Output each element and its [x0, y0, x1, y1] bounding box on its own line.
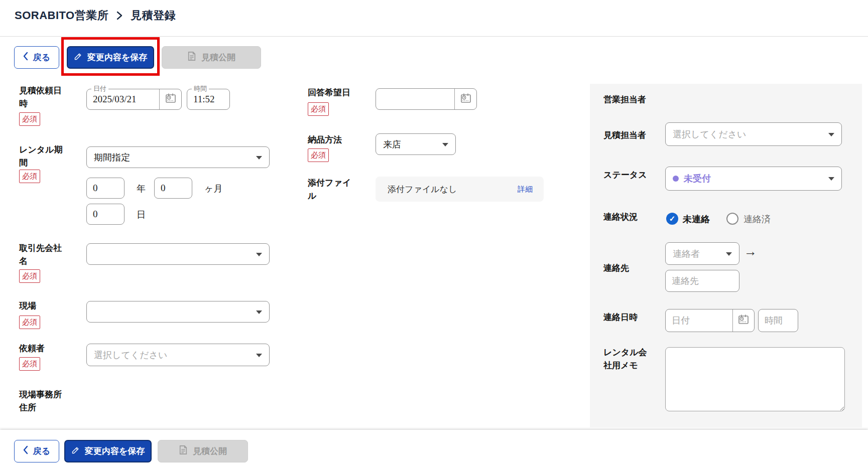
quote-rep-placeholder: 選択してください: [673, 128, 747, 140]
date-float-label: 日付: [91, 84, 108, 93]
arrow-right-icon: →: [744, 244, 757, 259]
months-unit-label: ヶ月: [204, 183, 222, 195]
contact-datetime-label: 連絡日時: [603, 311, 653, 324]
site-label: 現場: [19, 299, 68, 312]
delivery-method-value: 来店: [383, 138, 401, 150]
quote-rep-select[interactable]: 選択してください: [665, 122, 842, 146]
contact-date-field[interactable]: 日付: [665, 309, 755, 332]
desired-response-date-field[interactable]: [376, 88, 477, 110]
rental-period-type-select[interactable]: 期間指定: [86, 146, 270, 168]
date-picker-button[interactable]: [732, 309, 754, 332]
site-select[interactable]: [86, 301, 270, 323]
requester-label: 依頼者: [19, 342, 68, 355]
save-changes-button[interactable]: 変更内容を保存: [64, 440, 152, 462]
requester-placeholder: 選択してください: [94, 349, 168, 361]
contact-time-placeholder: 時間: [759, 315, 783, 327]
rental-company-memo-label: レンタル会社用メモ: [603, 346, 653, 373]
publish-button-label: 見積公開: [193, 445, 227, 457]
contact-status-unchecked-radio[interactable]: [726, 213, 738, 225]
status-dot-icon: [673, 176, 679, 182]
contact-label: 連絡先: [603, 262, 653, 275]
rental-period-type-value: 期間指定: [94, 151, 130, 164]
date-picker-button[interactable]: [159, 89, 181, 109]
contact-time-field[interactable]: 時間: [758, 309, 798, 332]
days-unit-label: 日: [137, 209, 146, 221]
document-icon: [187, 51, 196, 64]
document-icon: [179, 445, 188, 457]
quote-rep-label: 見積担当者: [603, 129, 653, 142]
rental-days-input[interactable]: 0: [86, 204, 125, 225]
chevron-down-icon: [828, 177, 834, 181]
chevron-down-icon: [256, 310, 262, 314]
contact-person-select[interactable]: 連絡者: [665, 242, 739, 265]
publish-quote-button: 見積公開: [158, 440, 248, 462]
chevron-down-icon: [256, 156, 262, 160]
date-picker-button[interactable]: [454, 89, 476, 109]
rental-years-value: 0: [87, 183, 98, 194]
chevron-down-icon: [256, 354, 262, 357]
contact-status-option-label[interactable]: 連絡済: [743, 213, 771, 225]
back-button-label: 戻る: [33, 52, 50, 63]
request-time-value: 11:52: [187, 94, 215, 105]
save-changes-button[interactable]: 変更内容を保存: [67, 46, 154, 69]
contact-date-placeholder: 日付: [666, 315, 690, 327]
contact-status-option-label[interactable]: 未連絡: [683, 213, 710, 225]
rental-months-value: 0: [155, 183, 166, 194]
header-divider: [0, 36, 868, 37]
client-company-label: 取引先会社名: [19, 242, 68, 268]
status-value: 未受付: [684, 173, 711, 185]
contact-status-label: 連絡状況: [603, 211, 653, 224]
pencil-icon: [74, 52, 82, 63]
breadcrumb-root: SORABITO営業所: [15, 8, 108, 23]
calendar-clock-icon: [164, 92, 177, 107]
chevron-down-icon: [726, 252, 732, 256]
required-badge: 必須: [19, 316, 40, 329]
quote-registration-page: SORABITO営業所 見積登録 戻る 変更内容を保存 見積公開 見積依頼日時 …: [0, 0, 868, 469]
chevron-left-icon: [23, 52, 28, 63]
client-company-select[interactable]: [86, 243, 270, 265]
attachments-detail-link[interactable]: 詳細: [518, 185, 533, 194]
status-select[interactable]: 未受付: [665, 167, 842, 191]
years-unit-label: 年: [137, 183, 146, 195]
required-badge: 必須: [308, 102, 329, 116]
chevron-down-icon: [828, 133, 834, 136]
breadcrumb-chevron-icon: [116, 11, 122, 21]
page-title: 見積登録: [131, 8, 176, 23]
calendar-clock-icon: [737, 313, 750, 328]
publish-button-label: 見積公開: [201, 52, 235, 63]
time-float-label: 時間: [192, 84, 209, 93]
request-date-field[interactable]: 日付 2025/03/21: [86, 89, 182, 110]
publish-quote-button: 見積公開: [162, 46, 261, 69]
back-button-label: 戻る: [33, 445, 50, 457]
attachments-empty-text: 添付ファイルなし: [388, 184, 457, 195]
save-button-label: 変更内容を保存: [87, 52, 147, 63]
attachments-box: 添付ファイルなし 詳細: [376, 177, 544, 202]
back-button[interactable]: 戻る: [14, 46, 59, 69]
check-icon: ✓: [669, 214, 676, 223]
contact-person-placeholder: 連絡者: [673, 248, 700, 260]
delivery-method-select[interactable]: 来店: [376, 133, 456, 155]
contact-destination-input[interactable]: [665, 270, 739, 292]
required-badge: 必須: [308, 148, 329, 162]
rental-years-input[interactable]: 0: [86, 178, 125, 199]
required-badge: 必須: [19, 269, 40, 283]
rental-period-label: レンタル期間: [19, 143, 68, 170]
chevron-left-icon: [23, 445, 28, 457]
contact-status-checked-radio[interactable]: ✓: [666, 213, 678, 225]
desired-response-date-label: 回答希望日: [308, 86, 357, 99]
chevron-down-icon: [442, 143, 448, 146]
attachments-label: 添付ファイル: [308, 177, 357, 203]
site-office-address-label: 現場事務所住所: [19, 388, 68, 415]
chevron-down-icon: [256, 253, 262, 256]
requester-select[interactable]: 選択してください: [86, 344, 270, 366]
calendar-clock-icon: [459, 92, 472, 107]
rental-months-input[interactable]: 0: [154, 178, 192, 199]
rental-days-value: 0: [87, 209, 98, 220]
request-datetime-label: 見積依頼日時: [19, 84, 68, 111]
request-time-field[interactable]: 時間 11:52: [187, 89, 230, 110]
sales-rep-label: 営業担当者: [603, 93, 653, 106]
rental-company-memo-textarea[interactable]: [665, 347, 845, 411]
request-date-value: 2025/03/21: [87, 94, 137, 105]
save-button-label: 変更内容を保存: [85, 445, 145, 457]
back-button[interactable]: 戻る: [14, 440, 59, 462]
